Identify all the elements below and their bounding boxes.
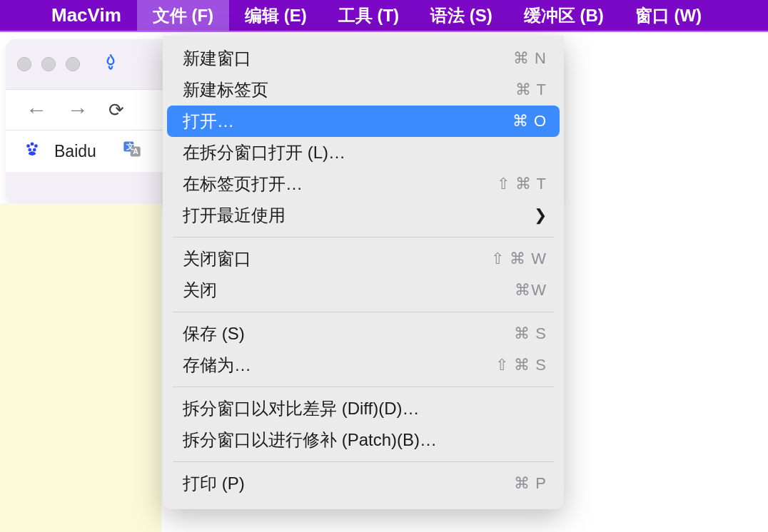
- menu-shortcut: ⌘ T: [515, 81, 547, 99]
- svg-point-3: [28, 148, 31, 151]
- reload-button[interactable]: ⟳: [108, 99, 124, 121]
- app-name[interactable]: MacVim: [36, 4, 137, 26]
- menu-label: 新建标签页: [183, 78, 268, 101]
- svg-point-2: [34, 144, 38, 148]
- menubar-item-window[interactable]: 窗口 (W): [620, 0, 717, 31]
- menu-label: 关闭窗口: [183, 247, 251, 270]
- menu-new-window[interactable]: 新建窗口 ⌘ N: [167, 43, 560, 74]
- menubar: MacVim 文件 (F) 编辑 (E) 工具 (T) 语法 (S) 缓冲区 (…: [0, 0, 768, 32]
- menu-open[interactable]: 打开… ⌘ O: [167, 106, 560, 137]
- menu-shortcut: ⇧ ⌘ W: [491, 250, 547, 268]
- svg-point-4: [33, 148, 36, 151]
- menu-print[interactable]: 打印 (P) ⌘ P: [167, 468, 560, 499]
- menu-label: 打印 (P): [183, 472, 245, 495]
- menu-label: 关闭: [183, 279, 217, 302]
- menu-open-split[interactable]: 在拆分窗口打开 (L)…: [167, 137, 560, 168]
- menu-label: 打开最近使用: [183, 204, 286, 227]
- back-button[interactable]: ←: [26, 98, 47, 122]
- document-area: [0, 204, 161, 532]
- maximize-window-button[interactable]: [66, 57, 80, 71]
- svg-point-1: [31, 142, 34, 145]
- baidu-icon[interactable]: [23, 140, 41, 163]
- menu-shortcut: ⇧ ⌘ S: [495, 356, 547, 374]
- menu-shortcut: ⌘ S: [514, 324, 547, 343]
- bookmark-baidu[interactable]: Baidu: [54, 142, 96, 161]
- submenu-arrow-icon: ❯: [534, 206, 547, 225]
- menu-label: 存储为…: [183, 354, 251, 377]
- svg-text:A: A: [133, 147, 138, 155]
- menubar-item-edit[interactable]: 编辑 (E): [229, 0, 323, 31]
- menu-label: 打开…: [183, 110, 234, 133]
- menu-label: 新建窗口: [183, 47, 251, 70]
- close-window-button[interactable]: [17, 57, 31, 71]
- menu-diff[interactable]: 拆分窗口以对比差异 (Diff)(D)…: [167, 393, 560, 424]
- menu-open-tab[interactable]: 在标签页打开… ⇧ ⌘ T: [167, 168, 560, 200]
- menu-new-tab[interactable]: 新建标签页 ⌘ T: [167, 74, 560, 106]
- menu-label: 保存 (S): [183, 322, 245, 345]
- menubar-item-syntax[interactable]: 语法 (S): [415, 0, 508, 31]
- menu-separator: [173, 461, 554, 462]
- menu-separator: [173, 387, 554, 387]
- menu-label: 在拆分窗口打开 (L)…: [183, 141, 345, 164]
- menu-save-as[interactable]: 存储为… ⇧ ⌘ S: [167, 349, 560, 381]
- menubar-item-tools[interactable]: 工具 (T): [323, 0, 415, 31]
- menu-shortcut: ⌘W: [515, 281, 547, 300]
- menu-open-recent[interactable]: 打开最近使用 ❯: [167, 200, 560, 231]
- window-controls: [17, 57, 80, 71]
- menu-label: 拆分窗口以进行修补 (Patch)(B)…: [183, 429, 437, 451]
- menubar-item-buffer[interactable]: 缓冲区 (B): [508, 0, 620, 31]
- menu-patch[interactable]: 拆分窗口以进行修补 (Patch)(B)…: [167, 424, 560, 456]
- menu-separator: [173, 312, 554, 312]
- flame-icon: [101, 51, 120, 78]
- svg-point-0: [26, 144, 30, 148]
- menu-close-window[interactable]: 关闭窗口 ⇧ ⌘ W: [167, 243, 560, 275]
- menu-shortcut: ⌘ O: [512, 112, 547, 131]
- forward-button[interactable]: →: [67, 98, 89, 122]
- menu-shortcut: ⇧ ⌘ T: [497, 175, 547, 193]
- menu-separator: [173, 237, 554, 237]
- menu-label: 在标签页打开…: [183, 173, 303, 195]
- menubar-item-file[interactable]: 文件 (F): [137, 0, 229, 31]
- menu-shortcut: ⌘ P: [514, 474, 547, 493]
- menu-save[interactable]: 保存 (S) ⌘ S: [167, 318, 560, 349]
- file-menu-dropdown: 新建窗口 ⌘ N 新建标签页 ⌘ T 打开… ⌘ O 在拆分窗口打开 (L)… …: [163, 36, 564, 509]
- menu-label: 拆分窗口以对比差异 (Diff)(D)…: [183, 397, 420, 420]
- menu-close[interactable]: 关闭 ⌘W: [167, 275, 560, 306]
- minimize-window-button[interactable]: [41, 57, 56, 71]
- translate-icon[interactable]: 文A: [122, 139, 142, 164]
- menu-shortcut: ⌘ N: [513, 49, 547, 68]
